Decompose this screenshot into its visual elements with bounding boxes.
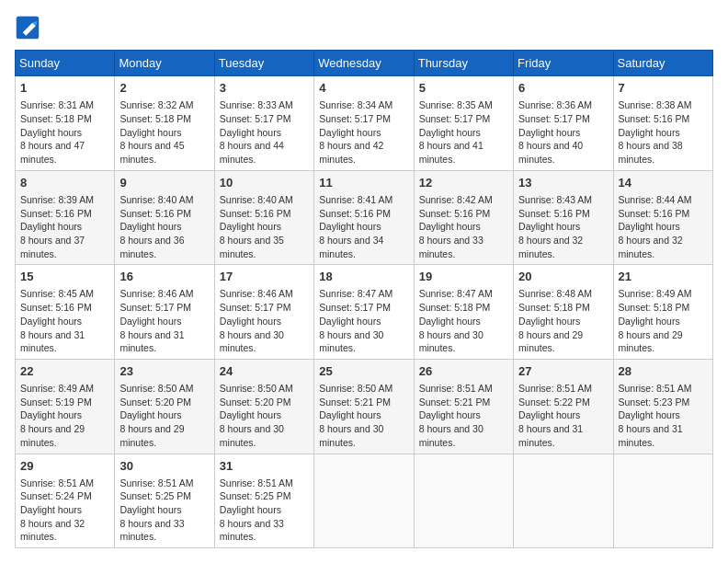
sunrise-text: Sunrise: 8:47 AM	[319, 288, 392, 299]
day-number: 1	[20, 80, 109, 97]
calendar-day-cell: 26Sunrise: 8:51 AMSunset: 5:21 PMDayligh…	[414, 359, 513, 454]
page-header	[15, 15, 713, 40]
sunrise-text: Sunrise: 8:32 AM	[119, 99, 193, 110]
calendar-week-row: 15Sunrise: 8:45 AMSunset: 5:16 PMDayligh…	[16, 265, 713, 360]
daylight-duration: 8 hours and 36 minutes.	[119, 235, 184, 259]
sunrise-text: Sunrise: 8:50 AM	[319, 383, 392, 394]
sunrise-text: Sunrise: 8:33 AM	[220, 99, 293, 110]
day-number: 15	[20, 269, 109, 285]
daylight-text: Daylight hours	[518, 221, 580, 232]
day-number: 29	[20, 458, 109, 475]
day-header-saturday: Saturday	[613, 51, 712, 76]
daylight-duration: 8 hours and 30 minutes.	[419, 423, 483, 448]
daylight-text: Daylight hours	[20, 409, 82, 420]
daylight-text: Daylight hours	[119, 409, 181, 420]
daylight-text: Daylight hours	[619, 127, 680, 138]
calendar-day-cell: 30Sunrise: 8:51 AMSunset: 5:25 PMDayligh…	[115, 454, 214, 548]
calendar-day-cell: 14Sunrise: 8:44 AMSunset: 5:16 PMDayligh…	[613, 170, 712, 265]
sunrise-text: Sunrise: 8:31 AM	[20, 99, 94, 110]
day-number: 6	[518, 80, 608, 97]
sunset-text: Sunset: 5:21 PM	[419, 396, 491, 408]
sunrise-text: Sunrise: 8:39 AM	[20, 194, 94, 205]
daylight-text: Daylight hours	[518, 127, 580, 138]
day-number: 9	[119, 175, 209, 191]
daylight-text: Daylight hours	[319, 409, 381, 420]
daylight-text: Daylight hours	[619, 316, 680, 327]
day-header-monday: Monday	[115, 51, 214, 76]
sunset-text: Sunset: 5:25 PM	[220, 490, 291, 501]
calendar-day-cell	[613, 454, 712, 548]
daylight-duration: 8 hours and 32 minutes.	[20, 518, 85, 543]
sunset-text: Sunset: 5:17 PM	[518, 113, 590, 124]
calendar-header-row: SundayMondayTuesdayWednesdayThursdayFrid…	[16, 51, 713, 76]
calendar-day-cell: 15Sunrise: 8:45 AMSunset: 5:16 PMDayligh…	[16, 265, 115, 360]
sunrise-text: Sunrise: 8:50 AM	[220, 383, 293, 394]
daylight-text: Daylight hours	[20, 504, 82, 515]
day-header-tuesday: Tuesday	[214, 51, 313, 76]
calendar-day-cell: 11Sunrise: 8:41 AMSunset: 5:16 PMDayligh…	[314, 170, 414, 265]
day-header-thursday: Thursday	[414, 51, 513, 76]
sunrise-text: Sunrise: 8:51 AM	[220, 477, 293, 488]
day-number: 2	[119, 80, 209, 97]
daylight-duration: 8 hours and 42 minutes.	[319, 140, 383, 165]
sunrise-text: Sunrise: 8:51 AM	[619, 383, 692, 394]
daylight-duration: 8 hours and 31 minutes.	[518, 423, 583, 448]
sunset-text: Sunset: 5:18 PM	[619, 302, 690, 313]
calendar-day-cell: 5Sunrise: 8:35 AMSunset: 5:17 PMDaylight…	[414, 76, 513, 171]
day-number: 24	[220, 363, 309, 380]
sunrise-text: Sunrise: 8:41 AM	[319, 194, 392, 205]
day-number: 23	[119, 363, 209, 380]
daylight-duration: 8 hours and 30 minutes.	[220, 423, 284, 448]
daylight-duration: 8 hours and 31 minutes.	[619, 423, 683, 448]
sunset-text: Sunset: 5:24 PM	[20, 490, 92, 501]
daylight-duration: 8 hours and 38 minutes.	[619, 140, 683, 165]
sunset-text: Sunset: 5:22 PM	[518, 396, 590, 408]
sunrise-text: Sunrise: 8:50 AM	[119, 383, 193, 394]
daylight-duration: 8 hours and 29 minutes.	[119, 423, 184, 448]
calendar-week-row: 29Sunrise: 8:51 AMSunset: 5:24 PMDayligh…	[16, 454, 713, 548]
daylight-text: Daylight hours	[119, 221, 181, 232]
day-number: 27	[518, 363, 608, 380]
calendar-day-cell	[414, 454, 513, 548]
sunrise-text: Sunrise: 8:46 AM	[119, 288, 193, 299]
sunrise-text: Sunrise: 8:40 AM	[119, 194, 193, 205]
day-number: 18	[319, 269, 408, 285]
day-number: 14	[619, 175, 708, 191]
calendar-day-cell: 13Sunrise: 8:43 AMSunset: 5:16 PMDayligh…	[514, 170, 613, 265]
sunset-text: Sunset: 5:19 PM	[20, 396, 92, 408]
daylight-duration: 8 hours and 33 minutes.	[220, 518, 284, 543]
daylight-text: Daylight hours	[419, 127, 481, 138]
day-number: 22	[20, 363, 109, 380]
sunset-text: Sunset: 5:20 PM	[220, 396, 291, 408]
day-number: 10	[220, 175, 309, 191]
daylight-text: Daylight hours	[220, 504, 281, 515]
daylight-duration: 8 hours and 31 minutes.	[20, 329, 85, 354]
daylight-text: Daylight hours	[518, 316, 580, 327]
sunrise-text: Sunrise: 8:49 AM	[20, 383, 94, 394]
daylight-text: Daylight hours	[419, 409, 481, 420]
daylight-duration: 8 hours and 32 minutes.	[619, 235, 683, 259]
daylight-duration: 8 hours and 37 minutes.	[20, 235, 85, 259]
sunset-text: Sunset: 5:18 PM	[20, 113, 92, 124]
calendar-day-cell: 3Sunrise: 8:33 AMSunset: 5:17 PMDaylight…	[214, 76, 313, 171]
daylight-text: Daylight hours	[319, 316, 381, 327]
sunrise-text: Sunrise: 8:36 AM	[518, 99, 592, 110]
daylight-text: Daylight hours	[419, 221, 481, 232]
day-header-wednesday: Wednesday	[314, 51, 414, 76]
calendar-day-cell: 8Sunrise: 8:39 AMSunset: 5:16 PMDaylight…	[16, 170, 115, 265]
daylight-duration: 8 hours and 30 minutes.	[419, 329, 483, 354]
daylight-duration: 8 hours and 34 minutes.	[319, 235, 383, 259]
sunrise-text: Sunrise: 8:45 AM	[20, 288, 94, 299]
sunset-text: Sunset: 5:17 PM	[220, 302, 291, 313]
day-number: 4	[319, 80, 408, 97]
sunset-text: Sunset: 5:16 PM	[619, 208, 690, 219]
sunrise-text: Sunrise: 8:44 AM	[619, 194, 692, 205]
daylight-duration: 8 hours and 29 minutes.	[20, 423, 85, 448]
daylight-text: Daylight hours	[319, 221, 381, 232]
daylight-duration: 8 hours and 30 minutes.	[220, 329, 284, 354]
day-number: 7	[619, 80, 708, 97]
calendar-table: SundayMondayTuesdayWednesdayThursdayFrid…	[15, 50, 713, 548]
sunrise-text: Sunrise: 8:49 AM	[619, 288, 692, 299]
daylight-duration: 8 hours and 30 minutes.	[319, 423, 383, 448]
sunset-text: Sunset: 5:16 PM	[220, 208, 291, 219]
